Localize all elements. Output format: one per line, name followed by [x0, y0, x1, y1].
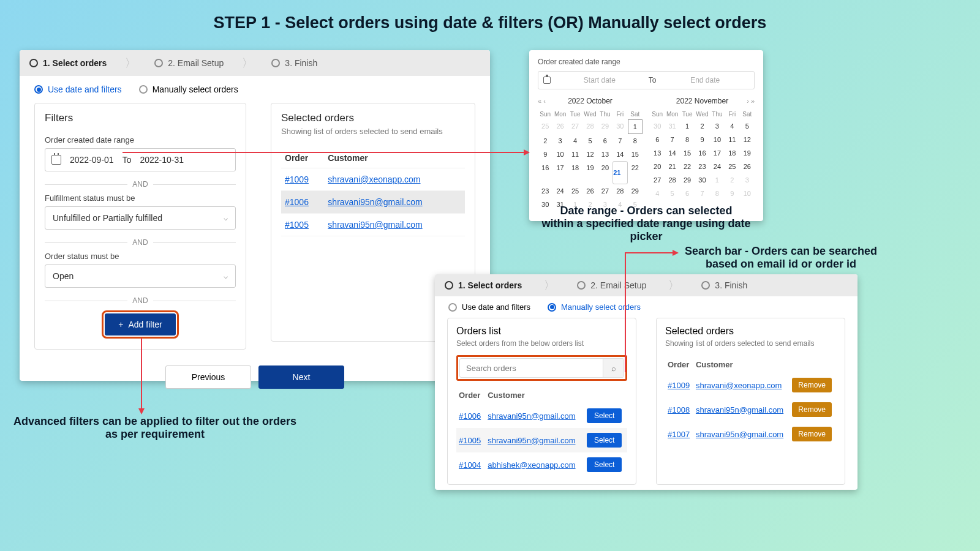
day-cell[interactable]: 6: [680, 187, 695, 200]
remove-button[interactable]: Remove: [792, 402, 832, 417]
customer-link[interactable]: shravani95n@gmail.com: [696, 430, 783, 439]
remove-button[interactable]: Remove: [792, 427, 832, 441]
day-cell[interactable]: 16: [695, 146, 709, 160]
customer-link[interactable]: shravani@xeonapp.com: [328, 174, 420, 184]
customer-link[interactable]: shravani95n@gmail.com: [696, 405, 783, 414]
day-cell[interactable]: 1: [710, 173, 725, 187]
select-button[interactable]: Select: [587, 457, 622, 472]
day-cell[interactable]: 17: [710, 146, 725, 160]
day-cell[interactable]: 5: [740, 119, 755, 133]
day-cell[interactable]: 9: [695, 133, 709, 146]
customer-link[interactable]: shravani95n@gmail.com: [328, 220, 422, 230]
day-cell[interactable]: 9: [538, 148, 552, 161]
day-cell[interactable]: 11: [725, 133, 739, 146]
day-cell[interactable]: 13: [650, 146, 665, 160]
order-link[interactable]: #1004: [459, 460, 481, 470]
day-cell[interactable]: 1: [680, 119, 695, 133]
day-cell[interactable]: 12: [582, 148, 597, 161]
day-cell[interactable]: 16: [538, 161, 552, 184]
day-cell[interactable]: 8: [680, 133, 695, 146]
date-range-input[interactable]: 2022-09-01 To 2022-10-31: [45, 148, 236, 171]
search-button[interactable]: ⌕: [603, 359, 624, 377]
order-link[interactable]: #1006: [459, 411, 481, 421]
day-cell[interactable]: 18: [725, 146, 739, 160]
day-cell[interactable]: 30: [695, 173, 709, 187]
day-cell[interactable]: 2: [725, 173, 739, 187]
add-filter-button[interactable]: +Add filter: [105, 313, 175, 335]
fulfillment-select[interactable]: Unfulfilled or Partially fulfilled⌵: [45, 206, 236, 230]
day-cell[interactable]: 20: [650, 160, 665, 173]
day-cell[interactable]: 11: [568, 148, 582, 161]
day-cell[interactable]: 21: [612, 161, 627, 184]
day-cell[interactable]: 14: [612, 148, 627, 161]
day-cell[interactable]: 18: [568, 161, 582, 184]
day-cell[interactable]: 28: [665, 173, 679, 187]
day-cell[interactable]: 29: [628, 184, 643, 198]
search-input[interactable]: [460, 364, 603, 373]
step-1[interactable]: 1. Select orders: [445, 280, 522, 290]
day-cell[interactable]: 8: [710, 187, 725, 200]
day-cell[interactable]: 27: [598, 184, 612, 198]
day-cell[interactable]: 1: [628, 119, 643, 134]
day-cell[interactable]: 28: [612, 184, 627, 198]
day-cell[interactable]: 12: [740, 133, 755, 146]
day-cell[interactable]: 26: [740, 160, 755, 173]
day-cell[interactable]: 10: [710, 133, 725, 146]
day-cell[interactable]: 26: [582, 184, 597, 198]
day-cell[interactable]: 24: [552, 184, 567, 198]
step-3[interactable]: 3. Finish: [271, 58, 317, 68]
day-cell[interactable]: 31: [665, 119, 679, 133]
step-1[interactable]: 1. Select orders: [29, 58, 107, 68]
day-cell[interactable]: 29: [598, 119, 612, 134]
day-cell[interactable]: 7: [695, 187, 709, 200]
next-button[interactable]: Next: [258, 365, 344, 389]
order-link[interactable]: #1006: [285, 197, 309, 207]
remove-button[interactable]: Remove: [792, 378, 832, 392]
order-link[interactable]: #1005: [459, 436, 481, 445]
select-button[interactable]: Select: [587, 433, 622, 448]
customer-link[interactable]: shravani@xeonapp.com: [696, 381, 782, 390]
day-cell[interactable]: 25: [725, 160, 739, 173]
radio-manual[interactable]: Manually select orders: [139, 84, 238, 94]
day-cell[interactable]: 9: [725, 187, 739, 200]
order-link[interactable]: #1009: [285, 174, 309, 184]
day-cell[interactable]: 7: [612, 134, 627, 148]
day-cell[interactable]: 7: [665, 133, 679, 146]
day-cell[interactable]: 5: [582, 134, 597, 148]
order-link[interactable]: #1005: [285, 220, 309, 230]
order-link[interactable]: #1009: [668, 381, 690, 390]
day-cell[interactable]: 25: [538, 119, 552, 134]
day-cell[interactable]: 30: [650, 119, 665, 133]
day-cell[interactable]: 13: [598, 148, 612, 161]
day-cell[interactable]: 15: [680, 146, 695, 160]
day-cell[interactable]: 15: [628, 148, 643, 161]
day-cell[interactable]: 4: [568, 134, 582, 148]
order-link[interactable]: #1007: [668, 430, 690, 439]
day-cell[interactable]: 5: [665, 187, 679, 200]
day-cell[interactable]: 26: [552, 119, 567, 134]
day-cell[interactable]: 23: [695, 160, 709, 173]
previous-button[interactable]: Previous: [165, 365, 251, 389]
select-button[interactable]: Select: [587, 408, 622, 423]
day-cell[interactable]: 4: [650, 187, 665, 200]
order-status-select[interactable]: Open⌵: [45, 264, 236, 288]
day-cell[interactable]: 19: [582, 161, 597, 184]
day-cell[interactable]: 14: [665, 146, 679, 160]
day-cell[interactable]: 6: [598, 134, 612, 148]
day-cell[interactable]: 3: [552, 134, 567, 148]
radio-use-filters[interactable]: Use date and filters: [34, 84, 122, 94]
day-cell[interactable]: 25: [568, 184, 582, 198]
prev-month-button[interactable]: « ‹: [538, 97, 546, 105]
day-cell[interactable]: 8: [628, 134, 643, 148]
step-2[interactable]: 2. Email Setup: [577, 280, 646, 290]
day-cell[interactable]: 23: [538, 184, 552, 198]
day-cell[interactable]: 10: [552, 148, 567, 161]
customer-link[interactable]: shravani95n@gmail.com: [488, 436, 575, 445]
day-cell[interactable]: 19: [740, 146, 755, 160]
day-cell[interactable]: 24: [710, 160, 725, 173]
customer-link[interactable]: shravani95n@gmail.com: [488, 411, 575, 421]
day-cell[interactable]: 4: [725, 119, 739, 133]
day-cell[interactable]: 27: [568, 119, 582, 134]
day-cell[interactable]: 17: [552, 161, 567, 184]
step-3[interactable]: 3. Finish: [701, 280, 747, 290]
